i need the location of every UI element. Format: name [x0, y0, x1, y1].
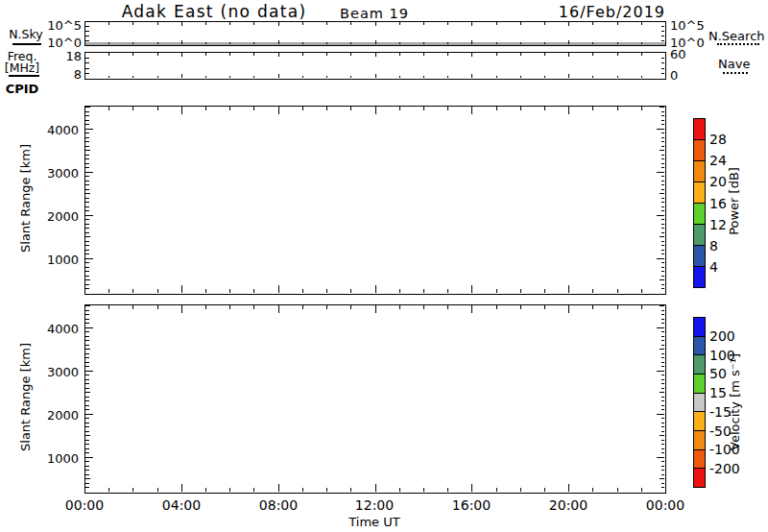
velocity-colorbar-segment	[694, 375, 705, 394]
y-tick-mark	[85, 288, 89, 289]
y-tick-mark	[661, 141, 665, 142]
x-tick-mark	[205, 76, 206, 79]
x-tick-mark	[568, 40, 569, 44]
power-colorbar-tick-label: 8	[709, 238, 748, 254]
x-tick-mark	[229, 76, 230, 79]
y-tick-mark	[657, 457, 664, 458]
x-tick-mark	[471, 285, 472, 293]
y-tick-mark	[661, 267, 665, 268]
x-tick-mark	[132, 53, 133, 56]
strip-y-tick-mark	[85, 68, 89, 69]
x-tick-mark	[496, 488, 497, 492]
power-colorbar-segment	[694, 119, 705, 140]
x-tick-mark	[302, 289, 303, 293]
y-tick-mark	[85, 184, 89, 185]
strip-y-tick-mark	[85, 73, 89, 74]
x-tick-mark	[157, 76, 158, 79]
x-tick-mark	[447, 305, 448, 309]
power-colorbar-tick-label: 20	[709, 174, 748, 189]
x-tick-mark	[205, 22, 206, 25]
strip-y-tick-mark	[661, 36, 665, 36]
x-tick-mark	[108, 305, 109, 309]
x-tick-mark	[302, 488, 303, 492]
x-tick-mark	[496, 22, 497, 25]
y-tick-mark	[85, 478, 90, 479]
y-tick-mark	[85, 133, 89, 133]
x-tick-mark	[544, 107, 545, 110]
x-tick-mark	[302, 305, 303, 309]
y-tick-mark	[661, 357, 665, 358]
y-tick-mark	[85, 129, 93, 130]
y-tick-mark	[85, 331, 89, 332]
nave-ytick-top: 60	[670, 48, 713, 62]
y-tick-mark	[661, 366, 665, 367]
y-tick-mark	[85, 423, 89, 423]
y-tick-mark	[661, 133, 665, 133]
y-tick-mark	[85, 418, 89, 419]
x-tick-mark	[471, 40, 472, 44]
velocity-colorbar	[693, 317, 706, 488]
y-tick-mark	[661, 198, 665, 199]
y-tick-mark	[657, 371, 664, 372]
y-tick-mark	[661, 340, 665, 341]
x-tick-mark	[496, 289, 497, 293]
y-tick-mark	[661, 431, 665, 432]
x-tick-mark	[399, 22, 400, 25]
y-tick-mark	[661, 397, 665, 398]
velocity-colorbar-segment	[694, 450, 705, 470]
x-tick-mark	[253, 107, 254, 110]
x-tick-mark	[326, 42, 327, 45]
y-tick-mark	[660, 236, 664, 237]
x-tick-mark	[641, 22, 642, 25]
x-tick-mark	[132, 488, 133, 492]
x-tick-mark	[181, 484, 182, 492]
y-tick-mark	[85, 267, 89, 268]
y-tick-mark	[85, 371, 93, 372]
y-tick-mark	[85, 137, 89, 138]
y-tick-mark	[85, 245, 89, 246]
x-tick-mark	[326, 22, 327, 25]
y-tick-mark	[85, 400, 89, 401]
x-tick-mark	[520, 22, 521, 25]
x-tick-mark	[520, 107, 521, 110]
y-tick-mark	[657, 215, 664, 216]
x-tick-mark	[375, 484, 376, 492]
y-tick-mark	[661, 405, 665, 406]
x-tick-mark	[350, 305, 351, 309]
y-tick-mark	[85, 262, 89, 263]
y-tick-mark	[85, 357, 89, 358]
velocity-ytick-2000: 2000	[36, 409, 79, 423]
x-tick-mark	[181, 22, 182, 26]
x-tick-mark	[253, 488, 254, 492]
x-tick-mark	[544, 22, 545, 25]
y-tick-mark	[85, 215, 93, 216]
y-tick-mark	[661, 444, 665, 445]
x-tick-mark	[617, 107, 618, 110]
y-tick-mark	[661, 331, 665, 332]
strip-y-tick-mark	[661, 73, 665, 74]
x-tick-mark	[496, 107, 497, 110]
x-tick-mark	[278, 285, 279, 293]
x-tick-mark	[423, 488, 424, 492]
x-tick-mark	[423, 107, 424, 110]
x-tick-mark	[132, 22, 133, 25]
x-tick-mark	[253, 42, 254, 45]
x-tick-mark	[278, 40, 279, 44]
y-tick-mark	[661, 345, 665, 346]
x-tick-mark	[253, 305, 254, 309]
x-tick-mark	[350, 488, 351, 492]
y-tick-mark	[85, 470, 89, 471]
y-tick-mark	[661, 254, 665, 254]
x-tick-mark	[278, 484, 279, 492]
y-tick-mark	[661, 487, 665, 488]
power-colorbar-segment	[694, 225, 705, 246]
y-tick-mark	[85, 224, 89, 225]
x-tick-mark	[350, 42, 351, 45]
x-tick-mark	[181, 40, 182, 44]
velocity-colorbar-segment	[694, 337, 705, 356]
y-tick-mark	[85, 426, 89, 427]
x-tick-mark	[471, 107, 472, 114]
y-tick-mark	[661, 176, 665, 177]
x-tick-mark	[302, 22, 303, 25]
y-tick-mark	[661, 284, 665, 285]
